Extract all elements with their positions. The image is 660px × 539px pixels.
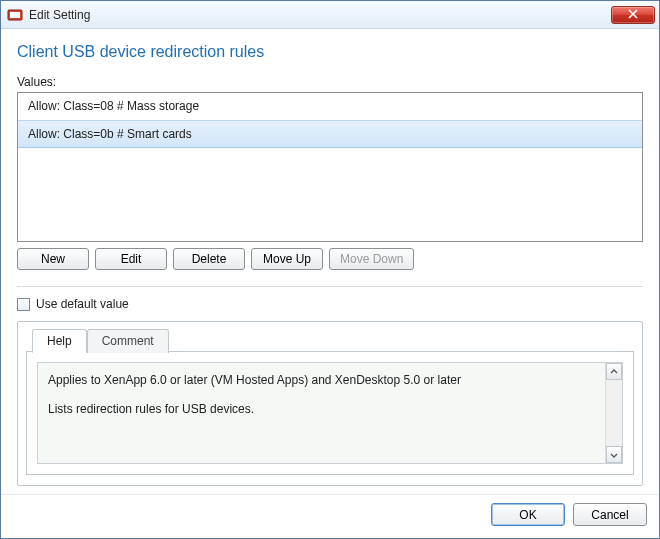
new-button[interactable]: New bbox=[17, 248, 89, 270]
help-box: Applies to XenApp 6.0 or later (VM Hoste… bbox=[37, 362, 623, 464]
help-line: Applies to XenApp 6.0 or later (VM Hoste… bbox=[48, 371, 595, 390]
use-default-row: Use default value bbox=[17, 297, 643, 311]
list-toolbar: New Edit Delete Move Up Move Down bbox=[17, 248, 643, 270]
chevron-down-icon bbox=[610, 448, 618, 462]
info-panel: Help Comment Applies to XenApp 6.0 or la… bbox=[17, 321, 643, 486]
titlebar: Edit Setting bbox=[1, 1, 659, 29]
list-item[interactable]: Allow: Class=08 # Mass storage bbox=[18, 93, 642, 120]
help-line: Lists redirection rules for USB devices. bbox=[48, 400, 595, 419]
close-button[interactable] bbox=[611, 6, 655, 24]
dialog-content: Client USB device redirection rules Valu… bbox=[1, 29, 659, 494]
values-listbox[interactable]: Allow: Class=08 # Mass storage Allow: Cl… bbox=[17, 92, 643, 242]
close-icon bbox=[628, 8, 638, 22]
separator bbox=[17, 286, 643, 287]
tab-comment[interactable]: Comment bbox=[87, 329, 169, 353]
use-default-label: Use default value bbox=[36, 297, 129, 311]
use-default-checkbox[interactable] bbox=[17, 298, 30, 311]
help-text: Applies to XenApp 6.0 or later (VM Hoste… bbox=[38, 363, 605, 463]
move-up-button[interactable]: Move Up bbox=[251, 248, 323, 270]
delete-button[interactable]: Delete bbox=[173, 248, 245, 270]
cancel-button[interactable]: Cancel bbox=[573, 503, 647, 526]
tab-strip: Help Comment bbox=[26, 328, 634, 352]
tab-help[interactable]: Help bbox=[32, 329, 87, 353]
tab-panel-help: Applies to XenApp 6.0 or later (VM Hoste… bbox=[26, 351, 634, 475]
list-item[interactable]: Allow: Class=0b # Smart cards bbox=[18, 120, 642, 148]
values-label: Values: bbox=[17, 75, 643, 89]
chevron-up-icon bbox=[610, 365, 618, 379]
edit-setting-window: Edit Setting Client USB device redirecti… bbox=[0, 0, 660, 539]
svg-rect-1 bbox=[10, 12, 20, 18]
page-title: Client USB device redirection rules bbox=[17, 43, 643, 61]
ok-button[interactable]: OK bbox=[491, 503, 565, 526]
app-icon bbox=[7, 7, 23, 23]
scroll-up-button[interactable] bbox=[606, 363, 622, 380]
edit-button[interactable]: Edit bbox=[95, 248, 167, 270]
scrollbar[interactable] bbox=[605, 363, 622, 463]
dialog-footer: OK Cancel bbox=[1, 494, 659, 538]
scroll-down-button[interactable] bbox=[606, 446, 622, 463]
window-title: Edit Setting bbox=[29, 8, 611, 22]
move-down-button[interactable]: Move Down bbox=[329, 248, 414, 270]
